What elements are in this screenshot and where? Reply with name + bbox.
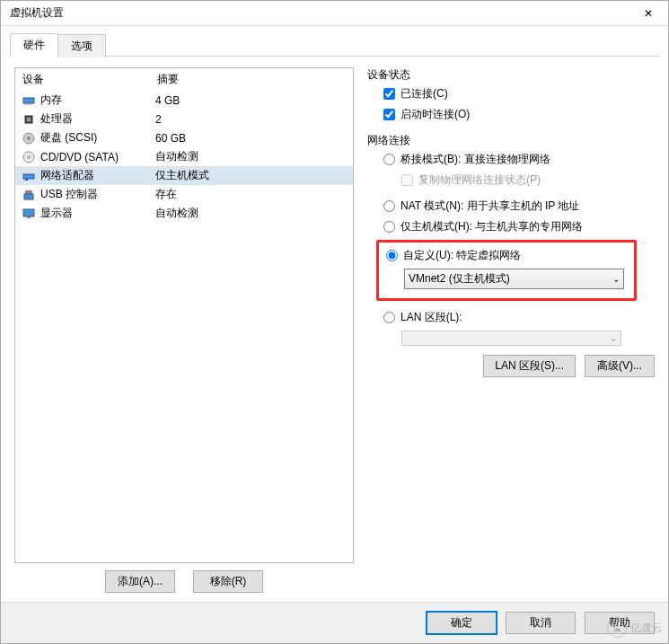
hostonly-radio[interactable] xyxy=(383,221,395,233)
connect-poweron-label[interactable]: 启动时连接(O) xyxy=(401,107,470,122)
nat-label[interactable]: NAT 模式(N): 用于共享主机的 IP 地址 xyxy=(401,198,579,214)
device-summary: 存在 xyxy=(155,187,348,202)
lansegment-radio[interactable] xyxy=(383,312,395,323)
device-status-label: 设备状态 xyxy=(367,67,655,83)
device-list-header: 设备 摘要 xyxy=(15,68,353,91)
col-device: 设备 xyxy=(22,72,157,87)
device-row[interactable]: 内存4 GB xyxy=(15,91,353,110)
lansegment-select: ⌄ xyxy=(401,331,621,346)
cancel-button[interactable]: 取消 xyxy=(506,612,576,634)
tab-options[interactable]: 选项 xyxy=(57,34,106,57)
device-name: 网络适配器 xyxy=(37,168,155,183)
connected-label[interactable]: 已连接(C) xyxy=(401,86,448,101)
footer: 确定 取消 帮助 xyxy=(1,602,668,643)
ok-button[interactable]: 确定 xyxy=(427,612,497,634)
usb-icon xyxy=(21,189,37,201)
device-list: 设备 摘要 内存4 GB处理器2硬盘 (SCSI)60 GBCD/DVD (SA… xyxy=(14,67,354,563)
connect-poweron-checkbox[interactable] xyxy=(383,109,395,120)
memory-icon xyxy=(21,94,37,107)
titlebar: 虚拟机设置 ✕ xyxy=(1,1,668,26)
network-icon xyxy=(21,170,37,182)
device-row[interactable]: USB 控制器存在 xyxy=(15,185,353,204)
device-status-group: 设备状态 已连接(C) 启动时连接(O) xyxy=(367,67,655,122)
device-summary: 自动检测 xyxy=(155,206,348,221)
vm-settings-window: 虚拟机设置 ✕ 硬件 选项 设备 摘要 内存4 GB处理器2硬盘 (SCSI)6… xyxy=(0,0,669,644)
right-buttons: LAN 区段(S)... 高级(V)... xyxy=(367,355,655,377)
connected-checkbox[interactable] xyxy=(383,88,395,100)
content-area: 设备 摘要 内存4 GB处理器2硬盘 (SCSI)60 GBCD/DVD (SA… xyxy=(1,57,668,602)
help-button[interactable]: 帮助 xyxy=(585,612,655,634)
device-row[interactable]: 处理器2 xyxy=(15,110,353,128)
device-name: 处理器 xyxy=(37,111,155,127)
bridged-radio[interactable] xyxy=(383,154,395,165)
device-row[interactable]: 网络适配器仅主机模式 xyxy=(15,166,353,185)
cd-icon xyxy=(21,151,37,163)
custom-radio[interactable] xyxy=(386,250,398,261)
chevron-down-icon: ⌄ xyxy=(610,333,617,343)
remove-button[interactable]: 移除(R) xyxy=(193,570,263,593)
cpu-icon xyxy=(21,113,37,126)
device-row[interactable]: 硬盘 (SCSI)60 GB xyxy=(15,128,353,147)
device-name: USB 控制器 xyxy=(37,187,155,202)
device-name: CD/DVD (SATA) xyxy=(37,151,155,163)
col-summary: 摘要 xyxy=(157,72,346,87)
lansegment-label[interactable]: LAN 区段(L): xyxy=(401,310,462,325)
device-name: 显示器 xyxy=(37,206,155,221)
device-name: 硬盘 (SCSI) xyxy=(37,130,155,146)
window-title: 虚拟机设置 xyxy=(10,5,64,21)
nat-radio[interactable] xyxy=(383,200,395,212)
replicate-checkbox xyxy=(401,174,413,186)
close-icon: ✕ xyxy=(644,7,653,20)
bridged-label[interactable]: 桥接模式(B): 直接连接物理网络 xyxy=(401,152,550,167)
device-row[interactable]: CD/DVD (SATA)自动检测 xyxy=(15,147,353,166)
device-summary: 自动检测 xyxy=(155,149,348,164)
lan-segments-button[interactable]: LAN 区段(S)... xyxy=(483,355,576,377)
device-summary: 4 GB xyxy=(155,94,348,107)
hostonly-label[interactable]: 仅主机模式(H): 与主机共享的专用网络 xyxy=(401,219,583,234)
device-summary: 60 GB xyxy=(155,132,348,145)
device-row[interactable]: 显示器自动检测 xyxy=(15,204,353,223)
close-button[interactable]: ✕ xyxy=(628,1,668,26)
custom-highlight-box: 自定义(U): 特定虚拟网络 VMnet2 (仅主机模式) ⌄ xyxy=(376,240,637,301)
left-panel: 设备 摘要 内存4 GB处理器2硬盘 (SCSI)60 GBCD/DVD (SA… xyxy=(14,67,354,593)
network-connection-label: 网络连接 xyxy=(367,133,655,148)
right-panel: 设备状态 已连接(C) 启动时连接(O) 网络连接 xyxy=(367,67,655,593)
add-button[interactable]: 添加(A)... xyxy=(105,570,175,593)
device-name: 内存 xyxy=(37,93,155,108)
disk-icon xyxy=(21,132,37,145)
network-connection-group: 网络连接 桥接模式(B): 直接连接物理网络 复制物理网络连接状态(P) NAT… xyxy=(367,133,655,377)
device-summary: 2 xyxy=(155,113,348,126)
tab-bar: 硬件 选项 xyxy=(1,26,668,57)
custom-network-select[interactable]: VMnet2 (仅主机模式) ⌄ xyxy=(404,269,624,289)
replicate-label: 复制物理网络连接状态(P) xyxy=(418,172,541,188)
left-buttons: 添加(A)... 移除(R) xyxy=(14,570,354,593)
advanced-button[interactable]: 高级(V)... xyxy=(585,355,655,377)
custom-network-value: VMnet2 (仅主机模式) xyxy=(409,271,510,287)
chevron-down-icon: ⌄ xyxy=(612,274,620,284)
device-summary: 仅主机模式 xyxy=(155,168,348,183)
custom-label[interactable]: 自定义(U): 特定虚拟网络 xyxy=(403,248,521,263)
tab-hardware[interactable]: 硬件 xyxy=(10,33,58,57)
display-icon xyxy=(21,207,37,220)
